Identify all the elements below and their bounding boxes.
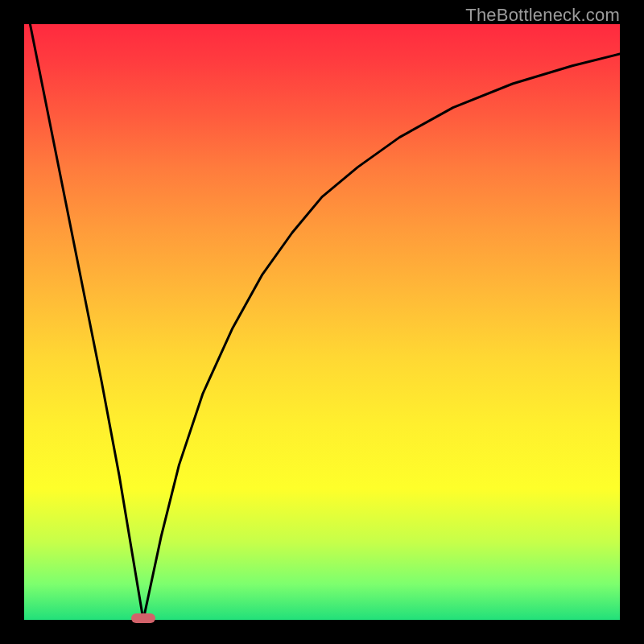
bottleneck-curve xyxy=(30,24,620,620)
curve-left-branch xyxy=(30,24,143,620)
chart-canvas: TheBottleneck.com xyxy=(0,0,644,644)
plot-frame xyxy=(24,24,620,620)
curve-right-branch xyxy=(143,54,620,620)
curve-svg xyxy=(24,24,620,620)
watermark-text: TheBottleneck.com xyxy=(465,5,620,26)
minimum-marker xyxy=(131,613,155,623)
